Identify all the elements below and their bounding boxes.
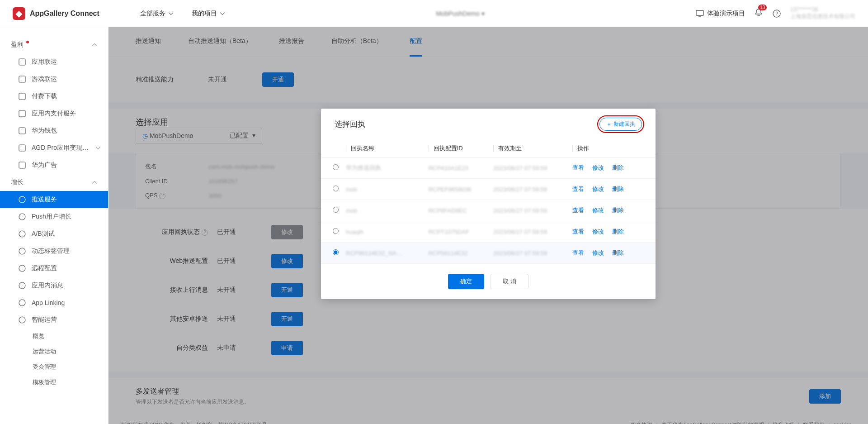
row-delete-link[interactable]: 删除 xyxy=(612,164,624,171)
modal-ok-button[interactable]: 确定 xyxy=(448,274,484,289)
new-receipt-button[interactable]: ＋ 新建回执 xyxy=(599,118,642,131)
header: ◆ AppGallery Connect 全部服务 我的项目 MobPushDe… xyxy=(0,0,868,27)
logo-icon: ◆ xyxy=(13,7,25,20)
sidebar: 盈利 应用联运游戏联运付费下载应用内支付服务华为钱包AGD Pro应用变现…华为… xyxy=(0,27,108,424)
svg-point-11 xyxy=(19,214,25,220)
svg-point-14 xyxy=(19,265,25,272)
project-selector[interactable]: MobPushDemo ▾ xyxy=(225,10,695,17)
row-radio[interactable] xyxy=(333,207,339,213)
table-row[interactable]: mobRCPEF86580362023/06/27 07:59:59查看修改删除 xyxy=(321,179,656,200)
help-icon[interactable]: ? xyxy=(772,9,781,18)
svg-rect-3 xyxy=(19,59,25,65)
svg-point-13 xyxy=(19,248,25,254)
sidebar-item[interactable]: 动态标签管理 xyxy=(0,243,108,260)
brand-logo[interactable]: ◆ AppGallery Connect xyxy=(13,7,99,20)
tag-icon xyxy=(18,247,26,255)
notification-badge: 13 xyxy=(758,5,767,10)
demo-project-link[interactable]: 体验演示项目 xyxy=(695,9,745,18)
svg-rect-8 xyxy=(19,145,25,151)
menu-my-projects[interactable]: 我的项目 xyxy=(192,10,225,18)
receipt-table: 回执名称 回执配置ID 有效期至 操作 华为推送回执RCP410A1E23202… xyxy=(321,140,656,264)
table-row[interactable]: 华为推送回执RCP410A1E232023/06/27 07:59:59查看修改… xyxy=(321,157,656,179)
receipt-exp: 2023/06/27 07:59:59 xyxy=(490,179,569,200)
row-edit-link[interactable]: 修改 xyxy=(592,164,604,171)
row-edit-link[interactable]: 修改 xyxy=(592,228,604,235)
select-receipt-modal: 选择回执 ＋ 新建回执 回执名称 回执配置ID 有效期至 操作 华为推送回执RC… xyxy=(321,109,656,299)
chevrons-icon xyxy=(18,144,26,152)
sidebar-item[interactable]: 付费下载 xyxy=(0,88,108,105)
sidebar-item[interactable]: 华为广告 xyxy=(0,157,108,174)
row-view-link[interactable]: 查看 xyxy=(572,207,584,214)
modal-cancel-button[interactable]: 取 消 xyxy=(491,274,528,289)
notifications-button[interactable]: 13 xyxy=(754,8,763,19)
receipt-name: 华为推送回执 xyxy=(342,157,425,179)
chevron-up-icon xyxy=(92,180,97,185)
rocket-icon xyxy=(18,195,26,204)
sidebar-item[interactable]: 应用联运 xyxy=(0,53,108,71)
svg-rect-6 xyxy=(19,110,25,117)
download-icon xyxy=(18,92,26,100)
message-icon xyxy=(18,281,26,290)
row-view-link[interactable]: 查看 xyxy=(572,228,584,235)
sidebar-item[interactable]: A/B测试 xyxy=(0,225,108,243)
sidebar-item[interactable]: Push用户增长 xyxy=(0,208,108,225)
flask-icon xyxy=(18,230,26,238)
sidebar-item[interactable]: 智能运营 xyxy=(0,311,108,329)
sidebar-item[interactable]: 游戏联运 xyxy=(0,71,108,88)
svg-rect-7 xyxy=(19,128,25,134)
receipt-name: RCP98114E32_NA… xyxy=(342,243,425,264)
row-delete-link[interactable]: 删除 xyxy=(612,249,624,256)
row-radio[interactable] xyxy=(333,228,339,234)
sidebar-item[interactable]: 应用内消息 xyxy=(0,277,108,294)
receipt-name: huaqih xyxy=(342,221,425,243)
sidebar-subitem[interactable]: 模板管理 xyxy=(0,375,108,390)
row-delete-link[interactable]: 删除 xyxy=(612,228,624,235)
sidebar-group-growth[interactable]: 增长 xyxy=(0,174,108,191)
menu-all-services[interactable]: 全部服务 xyxy=(140,10,174,18)
table-row[interactable]: mobRCP8FAD8EC2023/06/27 07:59:59查看修改删除 xyxy=(321,200,656,221)
row-edit-link[interactable]: 修改 xyxy=(592,207,604,214)
table-row[interactable]: huaqihRCPT1075DAF2023/06/27 07:59:59查看修改… xyxy=(321,221,656,243)
sidebar-group-profit[interactable]: 盈利 xyxy=(0,36,108,53)
brain-icon xyxy=(18,316,26,324)
gamepad-icon xyxy=(18,75,26,83)
row-radio[interactable] xyxy=(333,164,339,170)
chevron-up-icon xyxy=(92,42,97,48)
sidebar-subitem[interactable]: 概览 xyxy=(0,329,108,344)
row-edit-link[interactable]: 修改 xyxy=(592,249,604,256)
sidebar-subitem[interactable]: 运营活动 xyxy=(0,344,108,359)
receipt-exp: 2023/06/27 07:59:59 xyxy=(490,200,569,221)
receipt-exp: 2023/06/27 07:59:59 xyxy=(490,157,569,179)
row-radio[interactable] xyxy=(333,249,339,255)
svg-point-10 xyxy=(19,196,25,203)
row-radio[interactable] xyxy=(333,186,339,191)
modal-overlay: 选择回执 ＋ 新建回执 回执名称 回执配置ID 有效期至 操作 华为推送回执RC… xyxy=(108,27,868,424)
row-view-link[interactable]: 查看 xyxy=(572,164,584,171)
sidebar-item[interactable]: 华为钱包 xyxy=(0,122,108,139)
receipt-cfg: RCPEF8658036 xyxy=(425,179,490,200)
row-edit-link[interactable]: 修改 xyxy=(592,186,604,192)
sidebar-subitem[interactable]: 受众管理 xyxy=(0,359,108,375)
chevron-down-icon xyxy=(95,145,101,151)
account-info[interactable]: 137******36上海游昆信息技术有限公司 xyxy=(790,6,855,20)
monitor-icon xyxy=(695,9,704,18)
sidebar-item[interactable]: AGD Pro应用变现… xyxy=(0,139,108,157)
ad-icon xyxy=(18,161,26,169)
cart-icon xyxy=(18,110,26,118)
receipt-exp: 2023/06/27 07:59:59 xyxy=(490,243,569,264)
chevron-down-icon xyxy=(220,11,225,16)
users-icon xyxy=(18,213,26,221)
sidebar-item[interactable]: 远程配置 xyxy=(0,260,108,277)
row-delete-link[interactable]: 删除 xyxy=(612,207,624,214)
row-view-link[interactable]: 查看 xyxy=(572,249,584,256)
sidebar-item[interactable]: App Linking xyxy=(0,294,108,311)
grid-icon xyxy=(18,58,26,66)
receipt-name: mob xyxy=(342,200,425,221)
table-row[interactable]: RCP98114E32_NA…RCP58114E322023/06/27 07:… xyxy=(321,243,656,264)
sidebar-item[interactable]: 应用内支付服务 xyxy=(0,105,108,122)
chevron-down-icon xyxy=(168,11,174,16)
row-delete-link[interactable]: 删除 xyxy=(612,186,624,192)
svg-point-17 xyxy=(19,317,25,323)
sidebar-item[interactable]: 推送服务 xyxy=(0,191,108,208)
row-view-link[interactable]: 查看 xyxy=(572,186,584,192)
